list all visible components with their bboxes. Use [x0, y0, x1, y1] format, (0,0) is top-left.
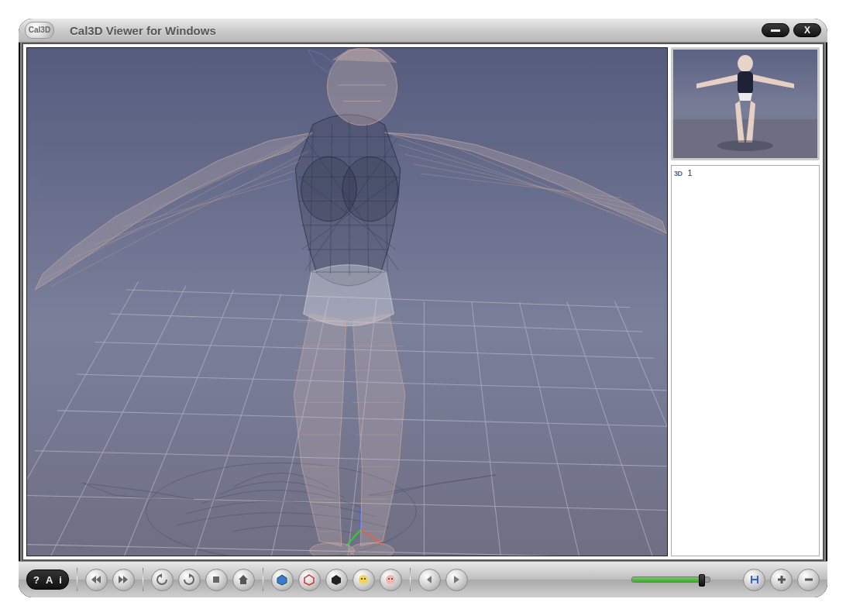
list-item-label: 1 — [688, 168, 693, 177]
shade-solid-button[interactable] — [325, 569, 348, 591]
svg-point-27 — [349, 542, 394, 556]
svg-marker-35 — [332, 575, 341, 585]
svg-point-36 — [359, 575, 368, 584]
close-button[interactable] — [793, 23, 821, 37]
svg-rect-28 — [673, 119, 817, 158]
svg-point-40 — [388, 578, 390, 580]
rotate-ccw-button[interactable] — [151, 569, 174, 591]
svg-line-16 — [35, 451, 667, 467]
minimize-button[interactable] — [762, 23, 789, 37]
side-panel: 3D 1 — [671, 47, 820, 556]
text-a-icon[interactable]: A — [46, 574, 53, 586]
home-button[interactable] — [232, 569, 255, 591]
svg-rect-43 — [752, 576, 757, 579]
svg-point-31 — [717, 140, 773, 151]
play-button[interactable] — [445, 569, 468, 591]
titlebar: Cal3D Cal3D Viewer for Windows — [19, 19, 827, 43]
svg-line-8 — [519, 302, 583, 556]
app-logo: Cal3D — [25, 22, 54, 39]
svg-line-3 — [186, 294, 281, 556]
animation-list[interactable]: 3D 1 — [671, 165, 820, 556]
shade-skin2-button[interactable] — [380, 569, 402, 591]
svg-line-9 — [567, 302, 655, 556]
svg-point-38 — [364, 578, 366, 580]
timeline-slider[interactable] — [631, 576, 710, 583]
rewind-button[interactable] — [85, 569, 108, 591]
svg-point-24 — [342, 157, 398, 221]
svg-line-7 — [472, 302, 504, 556]
svg-point-37 — [361, 578, 363, 580]
shade-wire-button[interactable] — [298, 569, 321, 591]
app-window: Cal3D Cal3D Viewer for Windows — [19, 19, 827, 597]
svg-marker-34 — [304, 575, 314, 585]
save-button[interactable] — [743, 569, 765, 591]
svg-line-1 — [43, 286, 185, 556]
svg-line-0 — [27, 282, 138, 556]
svg-marker-33 — [277, 575, 287, 585]
svg-point-39 — [386, 575, 395, 584]
fast-forward-button[interactable] — [112, 569, 135, 591]
workspace: 3D 1 — [22, 43, 824, 561]
rotate-cw-button[interactable] — [178, 569, 201, 591]
shade-flat-button[interactable] — [271, 569, 294, 591]
svg-rect-44 — [752, 580, 757, 583]
svg-line-10 — [614, 301, 667, 547]
info-icon[interactable]: i — [59, 574, 62, 586]
stop-button[interactable] — [205, 569, 228, 591]
svg-point-29 — [738, 55, 753, 72]
list-item[interactable]: 3D 1 — [674, 168, 817, 177]
svg-point-41 — [391, 578, 393, 580]
3d-viewport[interactable] — [26, 47, 668, 556]
slider-thumb[interactable] — [699, 574, 705, 587]
zoom-out-button[interactable] — [797, 569, 820, 591]
shade-skin1-button[interactable] — [352, 569, 375, 591]
svg-rect-30 — [738, 71, 753, 95]
bottom-toolbar: ? A i — [19, 561, 827, 597]
3d-badge-icon: 3D — [674, 170, 683, 177]
help-pill[interactable]: ? A i — [26, 570, 69, 590]
window-title: Cal3D Viewer for Windows — [70, 24, 762, 37]
zoom-in-button[interactable] — [770, 569, 793, 591]
prev-frame-button[interactable] — [418, 569, 441, 591]
svg-rect-32 — [213, 576, 219, 583]
help-icon[interactable]: ? — [33, 574, 40, 586]
svg-line-2 — [115, 290, 234, 556]
preview-thumbnail[interactable] — [671, 47, 820, 160]
